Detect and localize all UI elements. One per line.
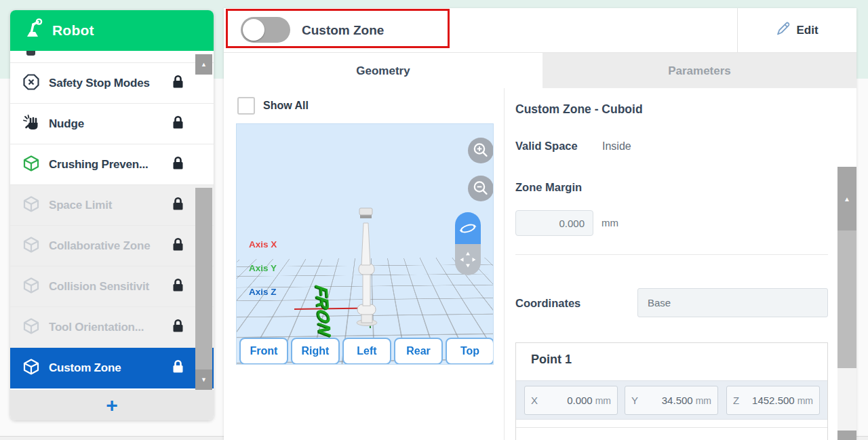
axis-x-label: Axis X — [249, 239, 277, 249]
sidebar-item-custom-zone[interactable]: Custom Zone — [10, 348, 214, 388]
next-point-edge — [516, 427, 827, 428]
lock-icon — [172, 115, 184, 132]
coordinates-select[interactable]: Base — [637, 288, 828, 317]
lock-icon — [172, 197, 184, 214]
point1-card: Point 1 X 0.000 mm Y 34.500 mm Z 1452.50 — [515, 342, 828, 440]
view-control-pill — [455, 212, 481, 275]
details-scrollbar[interactable]: ▲ ▼ — [837, 167, 856, 440]
x-unit: mm — [595, 395, 611, 406]
point1-y-field[interactable]: Y 34.500 mm — [625, 386, 718, 415]
sidebar-partial-item — [10, 51, 214, 63]
view-left-button[interactable]: Left — [342, 338, 391, 365]
scroll-down-icon[interactable]: ▼ — [195, 369, 212, 390]
sidebar-item-label: Nudge — [49, 117, 172, 131]
sidebar-item-label: Crushing Preven... — [49, 158, 172, 172]
sidebar-scrollbar-thumb[interactable] — [195, 188, 212, 369]
tab-content: Show All Axis X Axis Y — [224, 88, 856, 440]
zone-margin-unit: mm — [601, 217, 618, 228]
sidebar-item-nudge[interactable]: Nudge — [10, 104, 214, 144]
edit-label: Edit — [796, 24, 818, 37]
view-rear-button[interactable]: Rear — [394, 338, 443, 365]
valid-space-label: Valid Space — [515, 140, 578, 153]
cube-icon — [22, 195, 40, 216]
x-axis-label: X — [531, 395, 538, 406]
y-axis-label: Y — [631, 395, 638, 406]
view-top-button[interactable]: Top — [446, 338, 494, 365]
robot-arm-icon — [21, 18, 44, 43]
pan-arrows-icon — [458, 250, 477, 269]
zone-margin-label: Zone Margin — [515, 181, 582, 194]
pan-view-button[interactable] — [455, 244, 481, 275]
sidebar-item-label: Collaborative Zone — [49, 239, 172, 253]
tab-geometry[interactable]: Geometry — [224, 53, 542, 89]
sidebar-item-crushing-prevention[interactable]: Crushing Preven... — [10, 144, 214, 185]
z-axis-label: Z — [733, 395, 739, 406]
scroll-up-icon[interactable]: ▲ — [195, 54, 212, 75]
octagon-x-icon — [22, 73, 40, 94]
cube-icon — [22, 277, 40, 297]
show-all-checkbox-row: Show All — [237, 97, 309, 115]
point1-z-field[interactable]: Z 1452.500 mm — [726, 386, 820, 415]
axis-z-label: Axis Z — [249, 287, 277, 297]
sidebar-item-tool-orientation[interactable]: Tool Orientation... — [10, 307, 214, 348]
zoom-out-icon — [472, 180, 490, 197]
x-value: 0.000 — [567, 395, 593, 406]
view-right-button[interactable]: Right — [291, 338, 340, 365]
coordinates-label: Coordinates — [515, 297, 580, 310]
details-scrollbar-thumb[interactable] — [837, 231, 856, 368]
scroll-down-icon[interactable]: ▼ — [837, 431, 856, 440]
section-divider — [515, 254, 828, 255]
tab-bar: Geometry Parameters — [224, 52, 856, 88]
lock-icon — [172, 156, 184, 173]
show-all-label: Show All — [263, 100, 309, 112]
rotate-view-button[interactable] — [455, 212, 481, 244]
point1-fields-row: X 0.000 mm Y 34.500 mm Z 1452.500 mm — [516, 380, 827, 420]
zoom-out-button[interactable] — [468, 176, 494, 201]
sidebar-header: Robot — [10, 10, 214, 51]
sidebar-item-label: Custom Zone — [49, 361, 172, 375]
zone-margin-input[interactable] — [515, 210, 593, 236]
hand-nudge-icon — [22, 114, 40, 134]
zoom-in-icon — [472, 142, 490, 159]
pencil-icon — [775, 22, 790, 39]
cube-icon — [22, 155, 40, 175]
zone-type-title: Custom Zone - Cuboid — [515, 102, 643, 117]
view-front-button[interactable]: Front — [239, 338, 288, 365]
sidebar-item-label: Space Limit — [49, 199, 172, 212]
lock-icon — [172, 75, 184, 92]
sidebar: Robot Safety Stop Modes — [10, 10, 214, 420]
sidebar-item-collaborative-zone[interactable]: Collaborative Zone — [10, 226, 214, 266]
lock-icon — [172, 237, 184, 254]
sidebar-item-collision-sensitivity[interactable]: Collision Sensitivit — [10, 266, 214, 307]
edit-button[interactable]: Edit — [737, 8, 856, 52]
sidebar-scrollbar[interactable]: ▲ ▼ — [195, 54, 212, 390]
plus-icon: + — [106, 392, 118, 419]
sidebar-item-safety-stop-modes[interactable]: Safety Stop Modes — [10, 63, 214, 104]
main-panel: Custom Zone Edit Geometry Parameters — [224, 8, 856, 440]
sidebar-item-space-limit[interactable]: Space Limit — [10, 185, 214, 226]
sidebar-item-label: Safety Stop Modes — [49, 77, 172, 90]
valid-space-value: Inside — [602, 140, 631, 153]
axis-y-label: Axis Y — [249, 263, 277, 273]
point1-x-field[interactable]: X 0.000 mm — [524, 386, 618, 415]
add-zone-button[interactable]: + — [10, 390, 214, 420]
cube-icon — [22, 317, 40, 338]
sidebar-title: Robot — [52, 22, 94, 39]
lock-icon — [172, 278, 184, 295]
z-unit: mm — [797, 395, 813, 406]
tab-parameters[interactable]: Parameters — [542, 53, 856, 89]
robot-3d-viewport[interactable]: Axis X Axis Y Axis Z FRONT — [236, 123, 494, 365]
rotate-orbit-icon — [458, 219, 477, 238]
show-all-checkbox[interactable] — [237, 97, 255, 115]
z-value: 1452.500 — [752, 395, 795, 406]
scroll-up-icon[interactable]: ▲ — [837, 167, 856, 231]
sidebar-menu: Safety Stop Modes — [10, 51, 214, 390]
content-divider — [504, 88, 505, 440]
sidebar-item-label: Collision Sensitivit — [49, 280, 172, 294]
sidebar-item-label: Tool Orientation... — [49, 321, 172, 334]
details-scrollbar-track — [837, 368, 856, 431]
zoom-in-button[interactable] — [468, 138, 494, 163]
main-topbar: Custom Zone Edit — [224, 8, 856, 52]
lock-icon — [172, 319, 184, 336]
app-root: Robot Safety Stop Modes — [0, 0, 868, 440]
